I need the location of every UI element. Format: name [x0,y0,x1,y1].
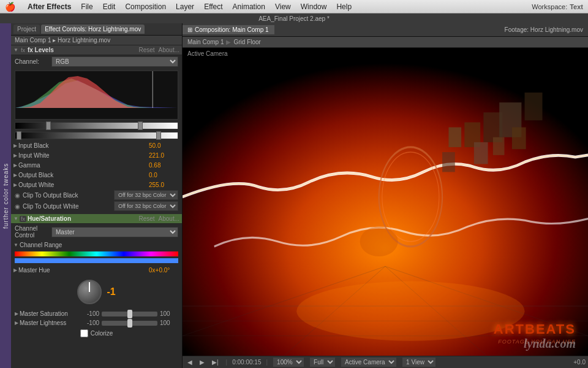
svg-rect-11 [493,137,505,155]
color-range-bars [15,251,178,263]
hs-about-button[interactable]: About... [159,215,179,222]
sat-min: -100 [81,310,99,317]
input-white-handle[interactable] [138,121,143,130]
input-black-handle[interactable] [46,121,51,130]
svg-point-21 [296,282,524,341]
tab-composition[interactable]: ⊞ Composition: Main Comp 1 [183,25,274,34]
colorize-checkbox[interactable] [80,329,88,337]
output-black-handle[interactable] [17,131,21,140]
output-slider[interactable] [15,132,178,139]
menu-layer[interactable]: Layer [176,2,194,11]
hue-knob-area: -1 [11,275,182,309]
menu-edit[interactable]: Edit [103,2,116,11]
levels-reset-button[interactable]: Reset [138,47,154,53]
toolbar-separator: | [226,359,228,366]
input-white-row: ▶ Input White 221.0 [11,150,182,160]
colorize-label: Colorize [91,330,113,337]
output-black-label: Output Black [18,172,149,178]
levels-about-button[interactable]: About... [159,47,179,53]
svg-line-18 [284,266,386,356]
title-bar: AEA_Final Project 2.aep * [0,13,588,23]
menubar: 🍎 After Effects File Edit Composition La… [0,0,588,13]
output-black-row: ▶ Output Black 0.0 [11,170,182,180]
channel-control-label: Channel Control [15,225,51,239]
colorize-row: Colorize [11,328,182,339]
channel-range-row: ▼ Channel Range [11,240,182,250]
master-saturation-row: ▶ Master Saturation -100 100 [11,309,182,318]
zoom-select[interactable]: 100% [273,357,304,367]
svg-rect-9 [499,102,521,137]
menu-window[interactable]: Window [301,2,327,11]
svg-rect-1 [183,48,588,356]
play-button[interactable]: ▶ [197,359,207,366]
apple-menu[interactable]: 🍎 [5,2,15,12]
levels-title: fx Levels [28,47,54,53]
menu-help[interactable]: Help [336,2,352,11]
artbeats-text: ARTBEATS [494,321,576,337]
input-white-label: Input White [18,152,149,159]
master-light-label: Master Lightness [20,320,81,326]
clip-white-select[interactable]: Off for 32 bpc Color [114,201,178,211]
clip-black-row: ◉ Clip To Output Black Off for 32 bpc Co… [11,190,182,201]
output-white-handle[interactable] [156,131,161,140]
hs-title: Hue/Saturation [28,215,71,222]
menu-file[interactable]: File [81,2,92,11]
source-label: Main Comp 1 ▸ Horz Lightning.mov [11,36,182,45]
tab-effect-controls[interactable]: Effect Controls: Horz Lightning.mov [41,25,145,34]
preview-window: Active Camera [183,48,588,356]
light-slider[interactable] [102,321,157,326]
input-white-value[interactable]: 221.0 [149,152,179,159]
gamma-value[interactable]: 0.68 [149,162,179,169]
svg-point-3 [382,152,439,242]
channel-control-select[interactable]: Master [51,227,178,237]
sat-handle[interactable] [127,310,132,318]
prev-frame-button[interactable]: ◀ [185,359,195,366]
blue-bar [15,258,178,263]
sat-slider[interactable] [102,312,157,316]
light-handle[interactable] [127,319,132,328]
svg-rect-10 [525,93,543,120]
master-hue-knob[interactable] [77,280,102,304]
offset-display: +0.0 [573,359,586,366]
gamma-label: Gamma [18,162,149,169]
channel-select[interactable]: RGB [51,56,178,67]
svg-line-17 [183,266,385,335]
breadcrumb: Main Comp 1 ▶ Grid Floor [183,37,588,48]
svg-point-2 [379,147,442,247]
menu-composition[interactable]: Composition [125,2,166,11]
gamma-row: ▶ Gamma 0.68 [11,160,182,170]
quality-select[interactable]: Full [309,357,336,367]
output-black-value[interactable]: 0.0 [149,172,179,178]
svg-rect-7 [442,152,455,172]
menu-effect[interactable]: Effect [204,2,222,11]
svg-line-19 [385,266,487,356]
camera-select[interactable]: Active Camera [341,357,397,367]
preview-toolbar: ◀ ▶ ▶| | 0:00:00:15 | 100% Full Active C… [183,356,588,368]
knob-line [89,282,90,292]
master-hue-value[interactable]: 0x+0.0° [149,267,179,274]
svg-rect-5 [464,122,480,147]
levels-header: ▼ fx fx Levels Reset About... [11,45,182,55]
breadcrumb-main-comp[interactable]: Main Comp 1 [187,39,224,45]
hs-reset-button[interactable]: Reset [138,215,154,222]
time-display[interactable]: 0:00:00:15 [232,359,261,366]
clip-black-select[interactable]: Off for 32 bpc Color [114,190,178,200]
next-frame-button[interactable]: ▶| [209,359,221,366]
tab-footage[interactable]: Footage: Horz Lightning.mov [500,25,588,34]
view-select[interactable]: 1 View [402,357,436,367]
breadcrumb-grid-floor[interactable]: Grid Floor [233,39,260,45]
side-label: further color tweaks [0,23,11,368]
menu-view[interactable]: View [275,2,291,11]
output-white-label: Output White [18,182,149,188]
menu-animation[interactable]: Animation [233,2,265,11]
output-white-value[interactable]: 255.0 [149,182,179,188]
tab-project[interactable]: Project [13,25,40,34]
svg-rect-8 [474,142,488,164]
left-panel: Project Effect Controls: Horz Lightning.… [11,23,183,368]
input-black-value[interactable]: 50.0 [149,142,179,149]
light-min: -100 [81,320,99,326]
levels-expand-icon[interactable]: ▼ [13,47,18,53]
levels-effect: ▼ fx fx Levels Reset About... Channel: R… [11,45,182,212]
menu-after-effects[interactable]: After Effects [28,2,71,11]
input-slider[interactable] [15,122,178,129]
